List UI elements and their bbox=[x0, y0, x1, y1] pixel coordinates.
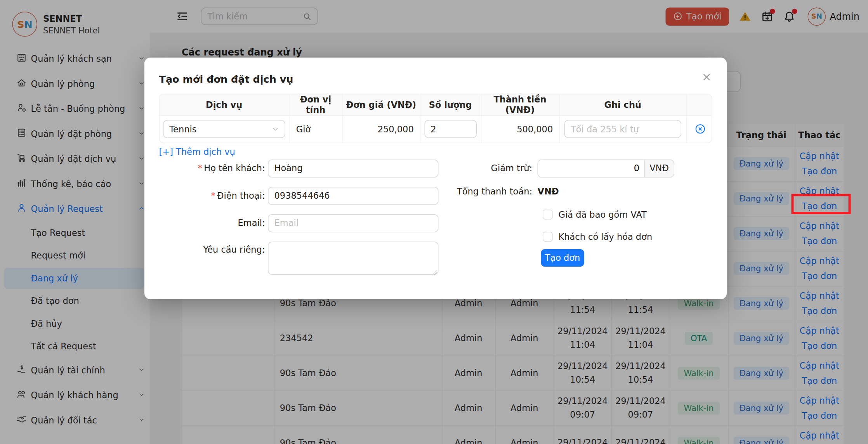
discount-label: Giảm trừ: bbox=[447, 163, 538, 173]
required-asterisk: * bbox=[211, 191, 215, 201]
email-input[interactable] bbox=[268, 214, 439, 232]
total-payment-label: Tổng thanh toán: bbox=[447, 186, 538, 196]
add-service-link[interactable]: [+] Thêm dịch vụ bbox=[159, 146, 235, 157]
invoice-checkbox-row[interactable]: Khách có lấy hóa đơn bbox=[543, 231, 674, 242]
column-header-note: Ghi chú bbox=[559, 94, 687, 116]
currency-addon: VNĐ bbox=[644, 160, 674, 177]
unit-price-cell: 250,000 bbox=[342, 116, 420, 142]
create-order-button[interactable]: Tạo đơn bbox=[541, 249, 584, 266]
column-header-total: Thành tiền (VNĐ) bbox=[481, 94, 559, 116]
close-icon[interactable] bbox=[702, 73, 711, 82]
annotation-highlight-box bbox=[792, 194, 851, 215]
email-label: Email: bbox=[159, 218, 268, 228]
discount-input[interactable] bbox=[538, 160, 644, 177]
service-row: Tennis Giờ 250,000 500,000 bbox=[160, 116, 712, 142]
order-form: *Họ tên khách: *Điện thoại: Email: Yêu c… bbox=[159, 159, 712, 286]
vat-checkbox[interactable] bbox=[543, 210, 553, 220]
service-select[interactable]: Tennis bbox=[163, 120, 285, 138]
remove-row-icon[interactable] bbox=[694, 123, 706, 135]
form-left-column: *Họ tên khách: *Điện thoại: Email: Yêu c… bbox=[159, 159, 440, 286]
required-asterisk: * bbox=[198, 163, 202, 173]
invoice-checkbox-label: Khách có lấy hóa đơn bbox=[559, 231, 653, 242]
create-service-order-modal: Tạo mới đơn đặt dịch vụ Dịch vụ Đơn vị t… bbox=[144, 58, 727, 300]
vat-checkbox-label: Giá đã bao gồm VAT bbox=[559, 209, 647, 220]
discount-input-group: VNĐ bbox=[538, 159, 675, 177]
special-request-label: Yêu cầu riêng: bbox=[159, 241, 268, 255]
guest-name-input[interactable] bbox=[268, 159, 439, 177]
resize-handle[interactable] bbox=[432, 270, 437, 275]
modal-title: Tạo mới đơn đặt dịch vụ bbox=[159, 72, 712, 87]
unit-cell: Giờ bbox=[289, 116, 342, 142]
total-cell: 500,000 bbox=[481, 116, 559, 142]
column-header-action bbox=[687, 94, 712, 116]
column-header-unit-price: Đơn giá (VNĐ) bbox=[342, 94, 420, 116]
app-root: SN SENNET SENNET Hotel Quản lý khách sạn… bbox=[0, 0, 868, 444]
special-request-textarea[interactable] bbox=[268, 241, 439, 275]
service-table-header-row: Dịch vụ Đơn vị tính Đơn giá (VNĐ) Số lượ… bbox=[160, 94, 712, 116]
column-header-service: Dịch vụ bbox=[160, 94, 289, 116]
quantity-input[interactable] bbox=[424, 120, 477, 138]
total-payment-value: VNĐ bbox=[538, 186, 559, 196]
service-items-table: Dịch vụ Đơn vị tính Đơn giá (VNĐ) Số lượ… bbox=[159, 94, 712, 143]
invoice-checkbox[interactable] bbox=[543, 232, 553, 242]
vat-checkbox-row[interactable]: Giá đã bao gồm VAT bbox=[543, 209, 674, 220]
note-input[interactable] bbox=[564, 120, 682, 138]
service-select-value: Tennis bbox=[169, 124, 272, 134]
column-header-quantity: Số lượng bbox=[420, 94, 481, 116]
guest-name-label: *Họ tên khách: bbox=[159, 163, 268, 173]
column-header-unit: Đơn vị tính bbox=[289, 94, 342, 116]
phone-label: *Điện thoại: bbox=[159, 191, 268, 201]
phone-input[interactable] bbox=[268, 187, 439, 205]
form-right-column: Giảm trừ: VNĐ Tổng thanh toán: VNĐ Giá đ… bbox=[447, 159, 674, 286]
chevron-down-icon bbox=[272, 126, 279, 133]
